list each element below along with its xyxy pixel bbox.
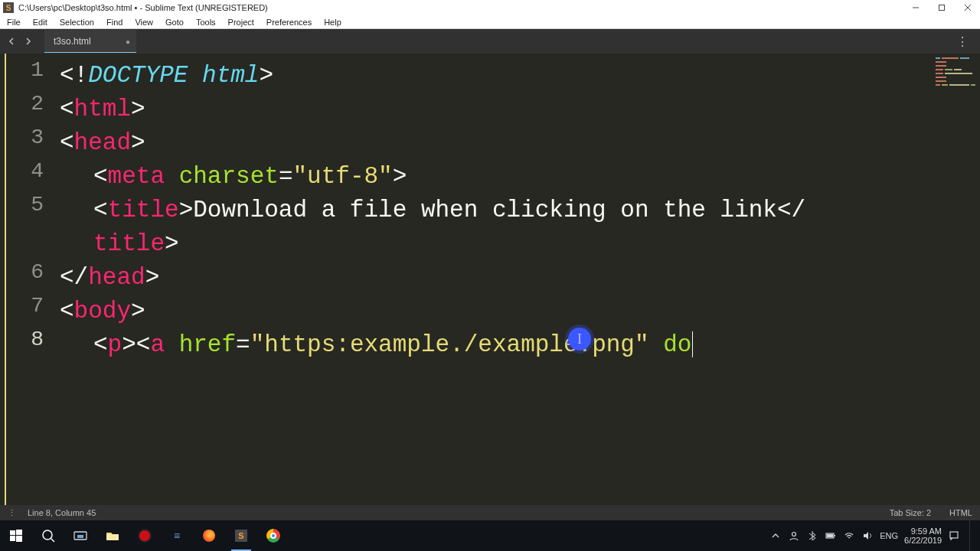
line-number: 8 xyxy=(0,328,53,361)
sublime-icon: S xyxy=(235,530,247,542)
search-button[interactable] xyxy=(32,520,64,551)
svg-rect-12 xyxy=(106,534,119,540)
svg-line-9 xyxy=(51,539,55,543)
windows-taskbar: ≡ S ENG 9:59 AM 6/22/2019 xyxy=(0,520,980,551)
code-area[interactable]: <!DOCTYPE html> <html> <head> <meta char… xyxy=(54,54,980,505)
close-button[interactable] xyxy=(963,3,972,12)
tray-language[interactable]: ENG xyxy=(880,531,898,540)
menu-file[interactable]: File xyxy=(5,17,23,28)
line-number: 3 xyxy=(0,126,53,159)
file-explorer-button[interactable] xyxy=(96,520,129,551)
line-number-gutter: 1 2 3 4 5 6 7 8 xyxy=(0,54,54,505)
code-line[interactable]: <title>Download a file when clicking on … xyxy=(60,193,980,227)
svg-rect-17 xyxy=(950,532,958,538)
menu-tools[interactable]: Tools xyxy=(194,17,218,28)
sublime-app-icon: S xyxy=(3,2,14,13)
opera-icon xyxy=(138,529,152,543)
code-line[interactable]: <body> xyxy=(60,294,980,328)
line-number: 2 xyxy=(0,92,53,126)
chrome-button[interactable] xyxy=(257,520,289,551)
code-line[interactable]: <p><a href="https:example./example.png" … xyxy=(60,328,980,361)
text-caret xyxy=(692,331,693,357)
tray-chevron-icon[interactable] xyxy=(769,530,782,542)
menu-preferences[interactable]: Preferences xyxy=(264,17,314,28)
tray-clock[interactable]: 9:59 AM 6/22/2019 xyxy=(904,527,942,545)
show-desktop-button[interactable] xyxy=(969,520,974,551)
firefox-icon xyxy=(203,530,215,542)
svg-rect-16 xyxy=(827,534,833,537)
code-line[interactable]: <head> xyxy=(60,126,980,159)
task-view-button[interactable] xyxy=(64,520,96,551)
tray-people-icon[interactable] xyxy=(788,530,800,542)
menubar: File Edit Selection Find View Goto Tools… xyxy=(0,15,980,29)
nav-forward-button[interactable] xyxy=(20,33,37,50)
nav-back-button[interactable] xyxy=(3,33,20,50)
code-line[interactable]: <meta charset="utf-8"> xyxy=(60,159,980,193)
file-tab-active[interactable]: t3so.html ● xyxy=(44,30,136,53)
status-syntax[interactable]: HTML xyxy=(949,508,972,517)
tray-time: 9:59 AM xyxy=(904,527,942,536)
minimize-button[interactable] xyxy=(911,3,920,12)
system-tray: ENG 9:59 AM 6/22/2019 xyxy=(769,520,980,551)
menu-selection[interactable]: Selection xyxy=(57,17,96,28)
tray-notifications-icon[interactable] xyxy=(948,530,960,542)
tray-volume-icon[interactable] xyxy=(861,530,874,542)
line-number xyxy=(0,227,53,260)
svg-rect-6 xyxy=(10,536,15,541)
maximize-button[interactable] xyxy=(937,3,946,12)
svg-rect-15 xyxy=(835,535,836,536)
window-titlebar: S C:\Users\pc\Desktop\t3so.html • - Subl… xyxy=(0,0,980,15)
svg-rect-1 xyxy=(939,5,945,11)
svg-rect-5 xyxy=(16,530,22,535)
menu-view[interactable]: View xyxy=(132,17,155,28)
line-number: 5 xyxy=(0,193,53,227)
start-button[interactable] xyxy=(0,520,32,551)
minimap[interactable] xyxy=(936,57,977,88)
modified-gutter-indicator xyxy=(5,54,6,505)
menu-help[interactable]: Help xyxy=(322,17,344,28)
sublime-taskbar-button[interactable]: S xyxy=(225,520,257,551)
status-position: Line 8, Column 45 xyxy=(28,508,96,517)
status-tabsize[interactable]: Tab Size: 2 xyxy=(890,508,931,517)
vscode-icon: ≡ xyxy=(170,529,184,543)
tab-overflow-button[interactable]: ⋮ xyxy=(949,34,977,49)
code-line[interactable]: </head> xyxy=(60,260,980,294)
statusbar: ⋮ Line 8, Column 45 Tab Size: 2 HTML xyxy=(0,505,980,520)
statusbar-menu-button[interactable]: ⋮ xyxy=(8,508,17,518)
code-line[interactable]: <html> xyxy=(60,92,980,126)
line-number: 1 xyxy=(0,58,53,92)
window-title: C:\Users\pc\Desktop\t3so.html • - Sublim… xyxy=(18,3,911,12)
menu-edit[interactable]: Edit xyxy=(31,17,50,28)
line-number: 6 xyxy=(0,260,53,294)
code-line[interactable]: title> xyxy=(60,227,980,260)
chrome-icon xyxy=(266,529,280,543)
file-tab-label: t3so.html xyxy=(54,36,91,47)
svg-rect-7 xyxy=(16,536,22,542)
menu-project[interactable]: Project xyxy=(226,17,256,28)
line-number: 7 xyxy=(0,294,53,328)
svg-point-8 xyxy=(43,530,52,540)
opera-button[interactable] xyxy=(129,520,161,551)
line-number: 4 xyxy=(0,159,53,193)
menu-goto[interactable]: Goto xyxy=(163,17,186,28)
menu-find[interactable]: Find xyxy=(104,17,125,28)
tray-date: 6/22/2019 xyxy=(904,536,942,545)
tray-wifi-icon[interactable] xyxy=(843,530,855,542)
vscode-button[interactable]: ≡ xyxy=(161,520,193,551)
svg-rect-4 xyxy=(10,530,15,535)
svg-rect-11 xyxy=(77,535,83,538)
editor[interactable]: 1 2 3 4 5 6 7 8 <!DOCTYPE html> <html> <… xyxy=(0,54,980,505)
tabbar: t3so.html ● ⋮ xyxy=(0,29,980,54)
unsaved-indicator-icon: ● xyxy=(126,37,130,46)
code-line[interactable]: <!DOCTYPE html> xyxy=(60,58,980,92)
svg-point-13 xyxy=(792,533,796,536)
tray-battery-icon[interactable] xyxy=(825,530,837,542)
tray-bluetooth-icon[interactable] xyxy=(806,530,818,542)
firefox-button[interactable] xyxy=(193,520,225,551)
